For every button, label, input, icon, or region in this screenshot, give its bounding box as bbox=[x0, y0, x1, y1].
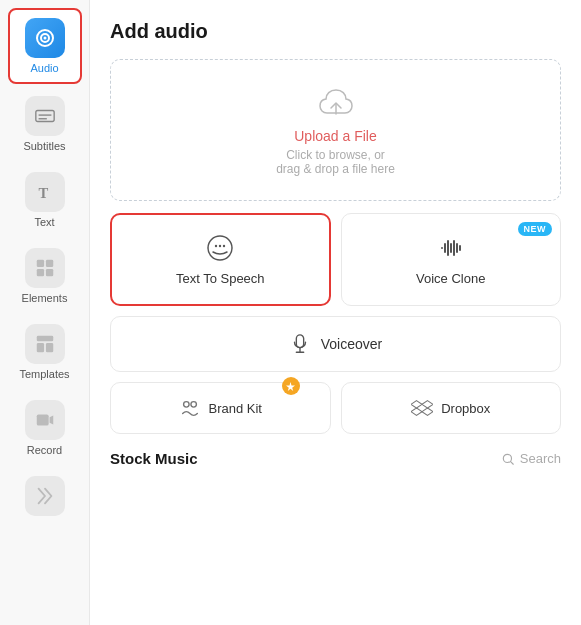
stock-music-title: Stock Music bbox=[110, 450, 198, 467]
svg-point-15 bbox=[208, 236, 232, 260]
svg-point-0 bbox=[43, 37, 46, 40]
sidebar-elements-label: Elements bbox=[22, 292, 68, 304]
svg-rect-6 bbox=[45, 260, 52, 267]
svg-rect-7 bbox=[36, 269, 43, 276]
text-to-speech-card[interactable]: Text To Speech bbox=[110, 213, 331, 306]
svg-marker-13 bbox=[49, 415, 53, 424]
subtitles-icon bbox=[25, 96, 65, 136]
svg-rect-1 bbox=[35, 111, 53, 122]
text-to-speech-icon bbox=[205, 233, 235, 263]
upload-title: Upload a File bbox=[294, 128, 377, 144]
sidebar-item-templates[interactable]: Templates bbox=[8, 316, 82, 388]
svg-point-17 bbox=[219, 245, 221, 247]
voice-clone-label: Voice Clone bbox=[416, 271, 485, 286]
voice-clone-card[interactable]: NEW Voice Clone bbox=[341, 213, 562, 306]
sidebar-item-subtitles[interactable]: Subtitles bbox=[8, 88, 82, 160]
brand-kit-icon bbox=[179, 397, 201, 419]
upload-area[interactable]: Upload a File Click to browse, ordrag & … bbox=[110, 59, 561, 201]
text-to-speech-label: Text To Speech bbox=[176, 271, 265, 286]
search-icon bbox=[501, 452, 515, 466]
more-icon bbox=[25, 476, 65, 516]
dropbox-card[interactable]: Dropbox bbox=[341, 382, 562, 434]
svg-text:T: T bbox=[38, 185, 48, 201]
svg-rect-5 bbox=[36, 260, 43, 267]
svg-point-28 bbox=[183, 402, 189, 408]
sidebar-text-label: Text bbox=[34, 216, 54, 228]
elements-icon bbox=[25, 248, 65, 288]
main-content: Add audio Upload a File Click to browse,… bbox=[90, 0, 581, 625]
svg-rect-11 bbox=[45, 343, 52, 352]
sidebar-record-label: Record bbox=[27, 444, 62, 456]
voiceover-card[interactable]: Voiceover bbox=[110, 316, 561, 372]
sidebar-item-record[interactable]: Record bbox=[8, 392, 82, 464]
voiceover-icon bbox=[289, 333, 311, 355]
svg-rect-10 bbox=[36, 343, 43, 352]
search-label: Search bbox=[520, 451, 561, 466]
sidebar-item-audio[interactable]: Audio bbox=[8, 8, 82, 84]
svg-line-31 bbox=[510, 461, 513, 464]
svg-point-18 bbox=[223, 245, 225, 247]
voiceover-label: Voiceover bbox=[321, 336, 382, 352]
top-options-grid: Text To Speech NEW Voice Clone bbox=[110, 213, 561, 306]
sidebar-templates-label: Templates bbox=[19, 368, 69, 380]
brand-kit-card[interactable]: Brand Kit bbox=[110, 382, 331, 434]
page-title: Add audio bbox=[110, 20, 561, 43]
templates-icon bbox=[25, 324, 65, 364]
text-icon: T bbox=[25, 172, 65, 212]
stock-music-header: Stock Music Search bbox=[110, 450, 561, 467]
bottom-options-grid: Brand Kit Dropbox bbox=[110, 382, 561, 434]
svg-rect-12 bbox=[36, 415, 48, 426]
new-badge: NEW bbox=[518, 222, 553, 236]
upload-icon bbox=[318, 84, 354, 120]
sidebar-subtitles-label: Subtitles bbox=[23, 140, 65, 152]
svg-rect-9 bbox=[36, 336, 53, 342]
voice-clone-icon bbox=[436, 233, 466, 263]
brand-kit-badge bbox=[282, 377, 300, 395]
sidebar-item-text[interactable]: T Text bbox=[8, 164, 82, 236]
upload-subtitle: Click to browse, ordrag & drop a file he… bbox=[276, 148, 395, 176]
brand-kit-label: Brand Kit bbox=[209, 401, 262, 416]
sidebar-item-elements[interactable]: Elements bbox=[8, 240, 82, 312]
sidebar-item-more[interactable] bbox=[8, 468, 82, 524]
record-icon bbox=[25, 400, 65, 440]
sidebar: Audio Subtitles T Text bbox=[0, 0, 90, 625]
stock-music-search[interactable]: Search bbox=[501, 451, 561, 466]
dropbox-icon bbox=[411, 397, 433, 419]
svg-rect-8 bbox=[45, 269, 52, 276]
sidebar-audio-label: Audio bbox=[30, 62, 58, 74]
svg-point-16 bbox=[215, 245, 217, 247]
svg-point-29 bbox=[190, 402, 196, 408]
dropbox-label: Dropbox bbox=[441, 401, 490, 416]
audio-icon bbox=[25, 18, 65, 58]
